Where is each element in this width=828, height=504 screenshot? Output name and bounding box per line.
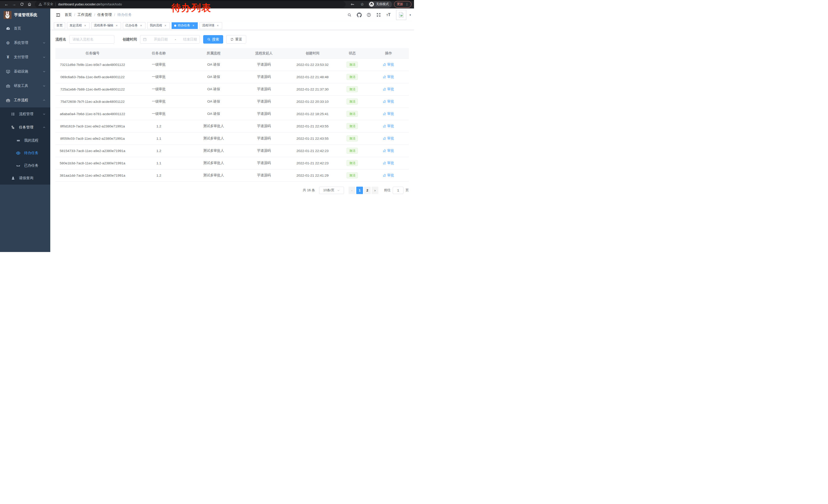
sidebar-collapse-icon[interactable] — [53, 10, 63, 19]
update-button[interactable]: 更新 ⋮ — [394, 1, 411, 8]
process-name-input[interactable]: 请输入流程名 — [69, 35, 114, 44]
list-tree-icon — [11, 112, 15, 116]
avatar-dropdown-caret-icon[interactable]: ▾ — [409, 13, 411, 17]
chevron-down-icon — [43, 41, 46, 44]
help-icon[interactable] — [365, 10, 373, 20]
sidebar-item-done-tasks[interactable]: 已办任务 — [0, 159, 50, 172]
key-icon[interactable] — [348, 1, 356, 8]
next-page-button[interactable]: › — [372, 187, 378, 194]
table-row: 75d72608-7b7f-11ec-a3c8-acde48001122 一级审… — [55, 95, 409, 108]
app-title: 芋道管理系统 — [14, 12, 37, 17]
task-process: OA 请假 — [188, 71, 239, 83]
tab-close-icon[interactable]: × — [115, 24, 119, 28]
forward-icon[interactable]: → — [10, 1, 18, 8]
reset-button[interactable]: 重置 — [226, 35, 246, 44]
status-badge: 激活 — [346, 86, 358, 92]
task-id: 8f0d1619-7ac8-11ec-a9e2-a2380e71991a — [55, 120, 129, 132]
breadcrumb-task-mgmt[interactable]: 任务管理 — [97, 12, 112, 17]
incognito-icon — [369, 2, 374, 7]
approve-label: 审批 — [387, 99, 394, 104]
back-icon[interactable]: ← — [3, 1, 10, 8]
tab-start-process[interactable]: 发起流程× — [67, 22, 89, 29]
reload-icon[interactable] — [18, 1, 26, 8]
fullscreen-icon[interactable] — [374, 10, 383, 20]
user-icon — [11, 176, 15, 180]
approve-link[interactable]: 审批 — [383, 111, 394, 116]
task-name: 一级审批 — [129, 95, 188, 108]
sidebar-item-label: 待办任务 — [24, 151, 46, 155]
tab-close-icon[interactable]: × — [164, 24, 167, 28]
sidebar-item-home[interactable]: 首页 — [0, 21, 50, 36]
approve-link[interactable]: 审批 — [383, 99, 394, 104]
approve-link[interactable]: 审批 — [383, 173, 394, 178]
home-icon[interactable] — [26, 1, 33, 8]
search-icon[interactable] — [345, 10, 354, 20]
toolbox-icon — [6, 84, 10, 88]
font-size-icon[interactable]: TT — [384, 10, 392, 20]
task-time: 2022-01-22 20:33:10 — [289, 95, 336, 108]
approve-link[interactable]: 审批 — [383, 161, 394, 165]
page-content: 流程名 请输入流程名 创建时间 开始日期 - 结束日期 搜索 重置 — [50, 30, 414, 252]
sidebar-item-leave-query[interactable]: 请假查询 — [0, 172, 50, 185]
task-time: 2022-01-21 22:41:29 — [289, 169, 336, 182]
robot-face-icon — [16, 138, 20, 142]
sidebar-item-task-mgmt[interactable]: 任务管理 — [0, 121, 50, 134]
prev-page-button[interactable]: ‹ — [348, 187, 355, 194]
tab-my-process[interactable]: 我的流程× — [147, 22, 170, 29]
app-logo-row[interactable]: 芋道管理系统 — [0, 8, 50, 21]
task-id: 069c6a63-7b8a-11ec-8ef0-acde48001122 — [55, 71, 129, 83]
sidebar-item-process-mgmt[interactable]: 流程管理 — [0, 107, 50, 121]
breadcrumb-workflow[interactable]: 工作流程 — [78, 12, 92, 17]
github-icon[interactable] — [355, 10, 363, 20]
breadcrumb-home[interactable]: 首页 — [65, 12, 72, 17]
approve-link[interactable]: 审批 — [383, 148, 394, 153]
sidebar-item-label: 基础设施 — [14, 69, 39, 74]
browser-menu-icon[interactable]: ⋮ — [405, 2, 409, 6]
tab-close-icon[interactable]: × — [216, 24, 219, 28]
edit-pen-icon — [383, 124, 386, 128]
edit-pen-icon — [383, 174, 386, 177]
page-2-button[interactable]: 2 — [364, 187, 371, 194]
approve-link[interactable]: 审批 — [383, 124, 394, 129]
tab-process-detail[interactable]: 流程详情× — [200, 22, 222, 29]
table-row: 381aa1dd-7ac8-11ec-a9e2-a2380e71991a 1.2… — [55, 169, 409, 182]
refresh-icon — [230, 38, 234, 41]
goto-page-input[interactable]: 1 — [393, 187, 404, 194]
task-name: 1.2 — [129, 169, 188, 182]
approve-link[interactable]: 审批 — [383, 62, 394, 67]
yen-icon: ¥ — [6, 55, 10, 59]
page-size-value: 10条/页 — [323, 188, 334, 192]
tab-label: 流程详情 — [202, 23, 214, 28]
tab-done-tasks[interactable]: 已办任务× — [123, 22, 146, 29]
table-row: 725a1eb6-7b88-11ec-8ef0-acde48001122 一级审… — [55, 83, 409, 95]
edit-pen-icon — [383, 149, 386, 152]
task-starter: 芋道源码 — [239, 132, 289, 145]
sidebar-item-dev-tools[interactable]: 研发工具 — [0, 79, 50, 93]
tab-form-edit[interactable]: 流程表单-编辑× — [91, 22, 121, 29]
page-size-select[interactable]: 10条/页 — [319, 187, 344, 194]
tab-close-icon[interactable]: × — [139, 24, 143, 28]
sidebar-item-system-mgmt[interactable]: ⚙ 系统管理 — [0, 36, 50, 50]
calendar-icon — [143, 37, 147, 41]
search-button[interactable]: 搜索 — [203, 35, 223, 44]
tab-close-icon[interactable]: × — [83, 24, 87, 28]
avatar[interactable] — [396, 10, 406, 20]
sidebar-item-todo-tasks[interactable]: 待办任务 — [0, 147, 50, 159]
gear-icon: ⚙ — [6, 41, 10, 45]
sidebar-item-workflow[interactable]: 工作流程 — [0, 93, 50, 107]
tab-home[interactable]: 首页 — [54, 22, 65, 29]
approve-link[interactable]: 审批 — [383, 87, 394, 92]
bookmark-star-icon[interactable]: ☆ — [358, 1, 366, 8]
tab-todo-tasks[interactable]: 待办任务× — [172, 22, 198, 29]
approve-link[interactable]: 审批 — [383, 136, 394, 141]
sidebar-item-infrastructure[interactable]: 基础设施 — [0, 64, 50, 79]
edit-pen-icon — [383, 87, 386, 91]
sidebar-item-my-process[interactable]: 我的流程 — [0, 134, 50, 147]
col-task-id: 任务编号 — [55, 48, 129, 58]
approve-link[interactable]: 审批 — [383, 75, 394, 79]
sidebar-item-payment-mgmt[interactable]: ¥ 支付管理 — [0, 50, 50, 64]
page-1-button[interactable]: 1 — [356, 187, 363, 194]
date-range-picker[interactable]: 开始日期 - 结束日期 — [140, 35, 200, 44]
task-process: 测试多审批人 — [188, 169, 239, 182]
tab-close-icon[interactable]: × — [192, 24, 195, 28]
